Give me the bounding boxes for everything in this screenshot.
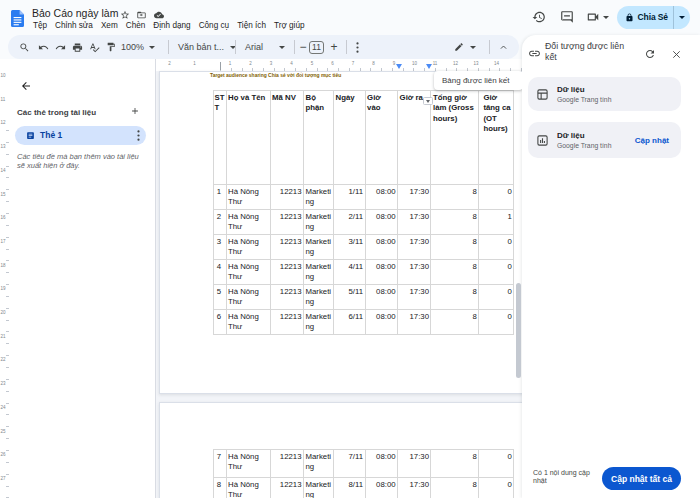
table-cell[interactable]: 3 xyxy=(214,235,227,260)
table-cell[interactable]: 12213 xyxy=(270,285,304,310)
indent-marker[interactable] xyxy=(426,64,432,69)
linked-object-card[interactable]: Dữ liệu Google Trang tính Cập nhật xyxy=(528,122,681,158)
table-cell[interactable]: 0 xyxy=(479,478,514,498)
table-header-cell[interactable]: Họ và Tên xyxy=(226,91,270,185)
table-cell[interactable]: 08:00 xyxy=(365,235,398,260)
linked-table-chip-button[interactable] xyxy=(423,97,433,105)
table-cell[interactable]: 12213 xyxy=(270,185,304,210)
table-cell[interactable]: 17:30 xyxy=(398,185,431,210)
table-cell[interactable]: 2/11 xyxy=(334,210,366,235)
table-cell[interactable]: 17:30 xyxy=(398,285,431,310)
comments-button[interactable] xyxy=(553,3,581,31)
menu-5[interactable]: Định dạng xyxy=(149,19,194,33)
table-cell[interactable]: Marketing xyxy=(304,210,334,235)
table-cell[interactable]: 08:00 xyxy=(365,450,398,478)
hide-menus-button[interactable] xyxy=(495,35,511,59)
document-page-2[interactable]: 7Hà Nông Thư12213Marketing7/1108:0017:30… xyxy=(159,402,522,498)
table-header-cell[interactable]: Bộ phận xyxy=(304,91,334,185)
table-header-cell[interactable]: Giờ tăng ca (OT hours) xyxy=(479,91,514,185)
table-cell[interactable]: 12213 xyxy=(270,478,304,498)
table-cell[interactable]: 8 xyxy=(431,478,479,498)
table-cell[interactable]: 4/11 xyxy=(334,260,366,285)
table-cell[interactable]: Hà Nông Thư xyxy=(226,450,270,478)
table-cell[interactable]: 8 xyxy=(431,260,479,285)
menu-4[interactable]: Chèn xyxy=(122,19,150,33)
refresh-linked-objects-button[interactable] xyxy=(642,46,658,62)
table-cell[interactable]: 8 xyxy=(214,478,227,498)
menu-6[interactable]: Công cụ xyxy=(195,19,234,33)
table-header-cell[interactable]: Ngày xyxy=(334,91,366,185)
table-cell[interactable]: 4 xyxy=(214,260,227,285)
table-cell[interactable]: 17:30 xyxy=(398,450,431,478)
table-header-cell[interactable]: Giờ vào xyxy=(365,91,398,185)
table-cell[interactable]: Marketing xyxy=(304,185,334,210)
menu-3[interactable]: Xem xyxy=(97,19,122,33)
table-header-cell[interactable]: STT xyxy=(214,91,227,185)
table-cell[interactable]: 08:00 xyxy=(365,478,398,498)
table-cell[interactable]: 17:30 xyxy=(398,235,431,260)
table-cell[interactable]: 12213 xyxy=(270,260,304,285)
table-cell[interactable]: 2 xyxy=(214,210,227,235)
table-cell[interactable]: 08:00 xyxy=(365,210,398,235)
table-cell[interactable]: Marketing xyxy=(304,478,334,498)
share-button[interactable]: Chia Sẻ xyxy=(617,6,673,29)
paint-format-button[interactable] xyxy=(104,35,118,59)
table-cell[interactable]: 0 xyxy=(479,310,514,335)
table-cell[interactable]: 17:30 xyxy=(398,260,431,285)
table-cell[interactable]: 12213 xyxy=(270,210,304,235)
table-cell[interactable]: 0 xyxy=(479,450,514,478)
table-cell[interactable]: 17:30 xyxy=(398,310,431,335)
toolbar-overflow-button[interactable] xyxy=(351,35,363,59)
table-cell[interactable]: Hà Nông Thư xyxy=(226,260,270,285)
table-cell[interactable]: Marketing xyxy=(304,310,334,335)
table-cell[interactable]: 08:00 xyxy=(365,185,398,210)
menu-8[interactable]: Trợ giúp xyxy=(270,19,309,33)
update-card-button[interactable]: Cập nhật xyxy=(635,136,669,145)
table-cell[interactable]: 12213 xyxy=(270,450,304,478)
table-cell[interactable]: 0 xyxy=(479,285,514,310)
table-cell[interactable]: Marketing xyxy=(304,260,334,285)
table-cell[interactable]: 8 xyxy=(431,285,479,310)
table-cell[interactable]: 3/11 xyxy=(334,235,366,260)
table-cell[interactable]: 1 xyxy=(479,210,514,235)
table-cell[interactable]: 0 xyxy=(479,235,514,260)
table-cell[interactable]: 12213 xyxy=(270,310,304,335)
close-panel-button[interactable] xyxy=(668,46,684,62)
search-menus-button[interactable] xyxy=(17,35,31,59)
zoom-select[interactable]: 100% xyxy=(121,35,155,59)
add-tab-button[interactable] xyxy=(128,104,142,118)
table-cell[interactable]: 8 xyxy=(431,210,479,235)
linked-object-card[interactable]: Dữ liệu Google Trang tính xyxy=(528,77,681,111)
table-cell[interactable]: 1/11 xyxy=(334,185,366,210)
table-cell[interactable]: 8 xyxy=(431,235,479,260)
table-cell[interactable]: 12213 xyxy=(270,235,304,260)
table-header-cell[interactable]: Mã NV xyxy=(270,91,304,185)
meet-video-button[interactable] xyxy=(581,3,605,31)
document-page-1[interactable]: Target audience sharing Chia sẻ với đối … xyxy=(159,71,522,394)
table-cell[interactable]: 8 xyxy=(431,185,479,210)
table-cell[interactable]: Hà Nông Thư xyxy=(226,285,270,310)
table-cell[interactable]: Marketing xyxy=(304,285,334,310)
menu-1[interactable]: Tệp xyxy=(29,19,51,33)
table-cell[interactable]: Hà Nông Thư xyxy=(226,310,270,335)
table-cell[interactable]: 8 xyxy=(431,450,479,478)
document-scrollbar-thumb[interactable] xyxy=(516,283,521,378)
spell-check-button[interactable] xyxy=(87,35,101,59)
document-title[interactable]: Bảo Cáo ngày làm xyxy=(32,7,118,19)
table-cell[interactable]: 1 xyxy=(214,185,227,210)
table-cell[interactable]: 7/11 xyxy=(334,450,366,478)
table-cell[interactable]: Hà Nông Thư xyxy=(226,478,270,498)
undo-button[interactable] xyxy=(36,35,50,59)
close-tabs-panel-button[interactable] xyxy=(16,76,36,96)
table-cell[interactable]: 08:00 xyxy=(365,260,398,285)
menu-7[interactable]: Tiện ích xyxy=(233,19,270,33)
table-cell[interactable]: 5/11 xyxy=(334,285,366,310)
redo-button[interactable] xyxy=(53,35,67,59)
table-cell[interactable]: 7 xyxy=(214,450,227,478)
table-cell[interactable]: Marketing xyxy=(304,450,334,478)
table-cell[interactable]: 6 xyxy=(214,310,227,335)
table-cell[interactable]: Hà Nông Thư xyxy=(226,235,270,260)
table-cell[interactable]: Hà Nông Thư xyxy=(226,185,270,210)
table-cell[interactable]: 08:00 xyxy=(365,285,398,310)
increase-font-size-button[interactable]: + xyxy=(329,35,339,59)
